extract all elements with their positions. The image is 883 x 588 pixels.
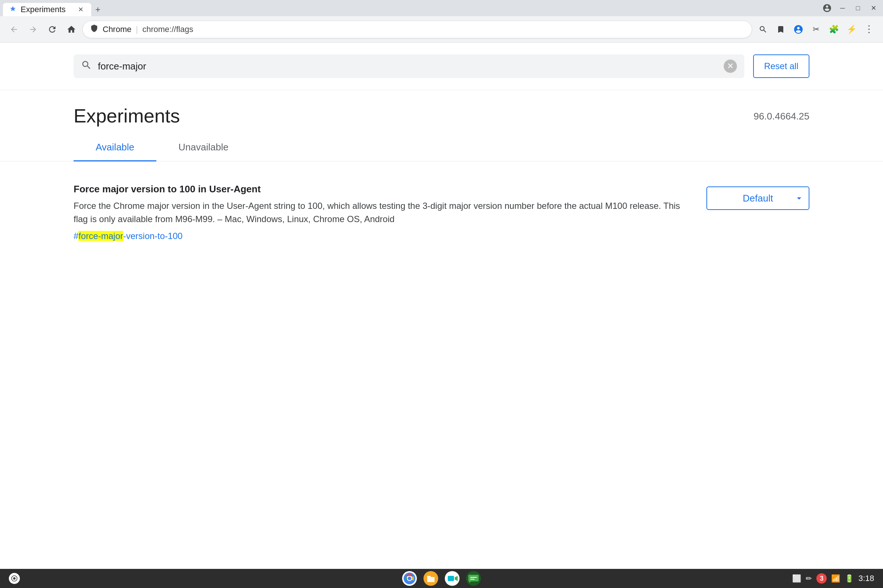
new-tab-button[interactable]: + [91,3,105,16]
flag-description: Force the Chrome major version in the Us… [74,199,692,226]
svg-marker-0 [10,6,16,11]
search-icon [81,60,92,73]
flag-title: Force major version to 100 in User-Agent [74,183,692,195]
experiments-header: Experiments 96.0.4664.25 [0,90,883,134]
flag-item: Force major version to 100 in User-Agent… [74,176,809,252]
svg-rect-14 [470,579,475,579]
secure-icon [90,24,98,34]
taskbar-right: ⬜ ✏ 3 📶 🔋 3:18 [792,573,874,584]
search-toolbar-button[interactable] [755,21,771,38]
page-content: ✕ Reset all Experiments 96.0.4664.25 Ava… [0,43,883,569]
search-box: ✕ [74,54,744,78]
active-tab[interactable]: Experiments ✕ [3,3,91,16]
taskbar-number: 3 [816,573,827,584]
menu-button[interactable]: ⋮ [861,21,877,38]
flag-control: Default Enabled Disabled [706,183,809,210]
tab-strip: Experiments ✕ + [3,0,820,16]
version-text: 96.0.4664.25 [754,105,809,122]
taskbar-messages[interactable] [465,570,482,587]
svg-rect-10 [448,576,454,581]
extension-puzzle-icon[interactable]: 🧩 [826,21,842,38]
search-input[interactable] [98,61,718,72]
taskbar-wifi-icon[interactable]: 📶 [831,574,840,583]
forward-button[interactable] [25,21,41,38]
flag-info: Force major version to 100 in User-Agent… [74,183,692,241]
custom-extension-icon[interactable]: ⚡ [843,21,859,38]
search-clear-button[interactable]: ✕ [724,60,737,73]
window-controls: ─ □ ✕ [820,2,880,15]
maximize-button[interactable]: □ [851,2,865,15]
address-bar[interactable]: Chrome | chrome://flags [83,21,752,38]
taskbar-launcher[interactable] [9,573,20,584]
svg-point-3 [13,578,16,580]
taskbar-pen-icon[interactable]: ✏ [806,574,812,583]
site-name: Chrome [103,25,131,34]
svg-rect-13 [470,577,477,578]
address-separator: | [136,25,138,34]
tab-available[interactable]: Available [74,134,156,161]
taskbar-center [401,570,482,587]
scissors-icon[interactable]: ✂ [808,21,824,38]
tab-title: Experiments [21,5,72,14]
profile-button[interactable] [820,2,834,15]
search-section: ✕ Reset all [0,43,883,90]
back-button[interactable] [6,21,22,38]
title-bar: Experiments ✕ + ─ □ ✕ [0,0,883,16]
taskbar-files[interactable] [422,570,439,587]
browser-window: Experiments ✕ + ─ □ ✕ [0,0,883,588]
nav-bar: Chrome | chrome://flags ✂ 🧩 ⚡ ⋮ [0,16,883,43]
home-button[interactable] [63,21,80,38]
taskbar-screenshot-icon[interactable]: ⬜ [792,574,801,583]
svg-point-7 [408,577,411,580]
page-title: Experiments [74,105,180,127]
flag-anchor-link[interactable]: #force-major-version-to-100 [74,231,182,241]
minimize-button[interactable]: ─ [836,2,849,15]
taskbar: ⬜ ✏ 3 📶 🔋 3:18 [0,569,883,588]
taskbar-meet[interactable] [444,570,461,587]
tab-close-button[interactable]: ✕ [76,5,86,14]
flags-list: Force major version to 100 in User-Agent… [0,161,883,267]
account-button[interactable] [790,21,806,38]
flag-link-suffix: -version-to-100 [123,231,182,241]
taskbar-left [9,573,20,584]
taskbar-chrome[interactable] [401,570,418,587]
bookmark-button[interactable] [773,21,789,38]
toolbar-icons: ✂ 🧩 ⚡ ⋮ [755,21,877,38]
address-url: chrome://flags [143,25,744,34]
reset-all-button[interactable]: Reset all [753,54,809,78]
taskbar-time: 3:18 [858,574,874,583]
flag-select[interactable]: Default Enabled Disabled [706,186,809,210]
refresh-button[interactable] [44,21,60,38]
flag-link-highlight: force-major [78,231,123,241]
close-button[interactable]: ✕ [867,2,880,15]
flag-link-hash: # [74,231,78,241]
taskbar-battery-icon[interactable]: 🔋 [845,574,854,583]
tab-favicon [9,6,17,14]
tab-unavailable[interactable]: Unavailable [156,134,251,161]
flags-tabs: Available Unavailable [0,134,883,161]
